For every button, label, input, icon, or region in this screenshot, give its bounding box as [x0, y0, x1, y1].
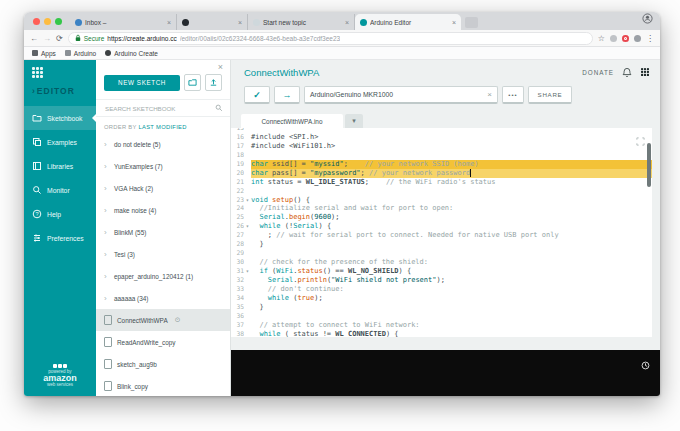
code-line[interactable]: 32 Serial.println("WiFi shield not prese… — [231, 276, 652, 285]
browser-tab[interactable]: Start new topic× — [248, 14, 355, 30]
fold-caret-icon[interactable]: ▾ — [244, 196, 251, 205]
code-line[interactable]: 33 // don't continue: — [231, 285, 652, 294]
code-line[interactable]: 20char pass[] = "mypassword"; // your ne… — [231, 169, 652, 178]
sketch-list-item[interactable]: ›YunExamples (7) — [96, 155, 230, 177]
bookmark-star-icon[interactable]: ☆ — [598, 34, 605, 43]
more-options-button[interactable]: ••• — [502, 86, 524, 104]
order-by[interactable]: ORDER BY LAST MODIFIED — [104, 124, 222, 130]
upload-button[interactable]: → — [274, 86, 300, 104]
zoom-window-button[interactable] — [55, 18, 62, 25]
fold-gutter — [244, 285, 251, 294]
close-tab-icon[interactable]: × — [345, 19, 349, 26]
upload-sketch-button[interactable] — [205, 74, 222, 91]
code-line[interactable]: 17#include <WiFi101.h> — [231, 142, 652, 151]
browser-tab[interactable]: Arduino Editor× — [355, 14, 461, 30]
sidebar-item-help[interactable]: ?Help — [24, 202, 96, 226]
extension-icon[interactable] — [634, 35, 641, 42]
console-clock-icon[interactable] — [641, 356, 650, 374]
search-input[interactable] — [103, 104, 212, 113]
sketch-list-item[interactable]: ›VGA Hack (2) — [96, 177, 230, 199]
extension-icon[interactable] — [622, 35, 629, 42]
sketch-list-item[interactable]: ›make noise (4) — [96, 199, 230, 221]
code-line[interactable]: 18 — [231, 151, 652, 160]
close-window-button[interactable] — [33, 18, 40, 25]
arduino-apps-grid-icon[interactable] — [640, 67, 650, 77]
sketch-list-item[interactable]: ›epaper_arduino_120412 (1) — [96, 265, 230, 287]
minimize-window-button[interactable] — [44, 18, 51, 25]
close-panel-icon[interactable]: × — [218, 63, 223, 71]
code-line[interactable]: 38 while ( status != WL_CONNECTED) { — [231, 330, 652, 337]
notifications-bell-icon[interactable] — [622, 67, 632, 78]
code-line[interactable]: 25 Serial.begin(9600); — [231, 213, 652, 222]
file-tab[interactable]: ConnectWithWPA.ino — [241, 114, 343, 128]
close-tab-icon[interactable]: × — [452, 19, 456, 26]
profile-icon[interactable] — [642, 12, 653, 28]
new-tab-button[interactable] — [465, 17, 478, 28]
sketch-list-item[interactable]: sketch_aug9b — [96, 353, 230, 375]
close-tab-icon[interactable]: × — [167, 19, 171, 26]
sidebar-item-libraries[interactable]: Libraries — [24, 154, 96, 178]
clear-board-icon[interactable]: × — [487, 90, 492, 99]
import-sketch-button[interactable] — [184, 74, 201, 91]
sidebar-item-sketchbook[interactable]: Sketchbook — [24, 106, 96, 130]
reload-button[interactable]: ⟳ — [56, 34, 63, 43]
sketch-list: ›do not delete (5)›YunExamples (7)›VGA H… — [96, 133, 230, 396]
editor-scrollbar[interactable] — [647, 143, 651, 187]
code-line[interactable]: 37 // attempt to connect to WiFi network… — [231, 321, 652, 330]
sketch-list-item[interactable]: ›Tesi (3) — [96, 243, 230, 265]
browser-menu-icon[interactable]: ⋮ — [646, 34, 654, 43]
share-button[interactable]: SHARE — [528, 86, 572, 104]
code-line[interactable]: 36 — [231, 312, 652, 321]
bookmark-item[interactable]: Apps — [32, 50, 56, 57]
aws-logo: powered by amazon web services — [24, 364, 96, 387]
board-selector[interactable]: Arduino/Genuino MKR1000 × — [304, 86, 498, 104]
code-text — [251, 249, 652, 258]
code-line[interactable]: 30 // check for the presence of the shie… — [231, 258, 652, 267]
new-sketch-button[interactable]: NEW SKETCH — [104, 75, 180, 91]
code-line[interactable]: 22 — [231, 187, 652, 196]
sketch-list-item[interactable]: ›aaaaaa (34) — [96, 287, 230, 309]
verify-button[interactable]: ✓ — [244, 86, 270, 104]
code-line[interactable]: 21int status = WL_IDLE_STATUS; // the Wi… — [231, 178, 652, 187]
arduino-editor-app: ›EDITOR SketchbookExamplesLibrariesMonit… — [24, 60, 660, 396]
sketch-list-item[interactable]: ConnectWithWPA⊙ — [96, 309, 230, 331]
address-bar[interactable]: Secure https://create.arduino.cc /editor… — [68, 32, 593, 45]
code-line[interactable]: 34 while (true); — [231, 294, 652, 303]
line-number: 21 — [231, 178, 244, 187]
code-editor[interactable]: 1516#include <SPI.h>17#include <WiFi101.… — [231, 128, 652, 337]
sidebar-item-label: Sketchbook — [47, 115, 83, 122]
donate-link[interactable]: DONATE — [582, 69, 614, 76]
sketch-list-item[interactable]: Blink_copy — [96, 375, 230, 396]
file-tab-caret-button[interactable]: ▾ — [345, 114, 363, 128]
code-line[interactable]: 24 //Initialize serial and wait for port… — [231, 204, 652, 213]
code-line[interactable]: 19char ssid[] = "myssid"; // your networ… — [231, 160, 652, 169]
browser-tab[interactable]: Inbox –× — [70, 14, 177, 30]
forward-button[interactable]: → — [43, 34, 51, 43]
sketch-list-item[interactable]: ReadAndWrite_copy — [96, 331, 230, 353]
back-button[interactable]: ← — [30, 34, 38, 43]
sidebar-item-monitor[interactable]: Monitor — [24, 178, 96, 202]
code-line[interactable]: 29 — [231, 249, 652, 258]
code-line[interactable]: 23▾void setup() { — [231, 196, 652, 205]
fold-caret-icon[interactable]: ▾ — [244, 222, 251, 231]
sketch-list-item[interactable]: ›BlinkM (55) — [96, 221, 230, 243]
browser-tab[interactable]: × — [177, 14, 248, 30]
arduino-icon — [360, 19, 367, 26]
code-line[interactable]: 26▾ while (!Serial) { — [231, 222, 652, 231]
code-line[interactable]: 35 } — [231, 303, 652, 312]
close-tab-icon[interactable]: × — [238, 19, 242, 26]
code-line[interactable]: 28 } — [231, 240, 652, 249]
bookmark-item[interactable]: Arduino — [65, 50, 96, 57]
code-line[interactable]: 27 ; // wait for serial port to connect.… — [231, 231, 652, 240]
code-line[interactable]: 31▾ if (WiFi.status() == WL_NO_SHIELD) { — [231, 267, 652, 276]
code-line[interactable]: 16#include <SPI.h> — [231, 133, 652, 142]
bookmark-item[interactable]: Arduino Create — [105, 50, 158, 57]
extension-icon[interactable] — [610, 35, 617, 42]
sidebar-item-preferences[interactable]: Preferences — [24, 226, 96, 250]
sketch-list-item[interactable]: ›do not delete (5) — [96, 133, 230, 155]
sidebar-item-examples[interactable]: Examples — [24, 130, 96, 154]
arduino-icon — [105, 50, 111, 56]
apps-grid-icon[interactable] — [32, 67, 43, 78]
fullscreen-icon[interactable] — [636, 132, 645, 150]
fold-caret-icon[interactable]: ▾ — [244, 267, 251, 276]
